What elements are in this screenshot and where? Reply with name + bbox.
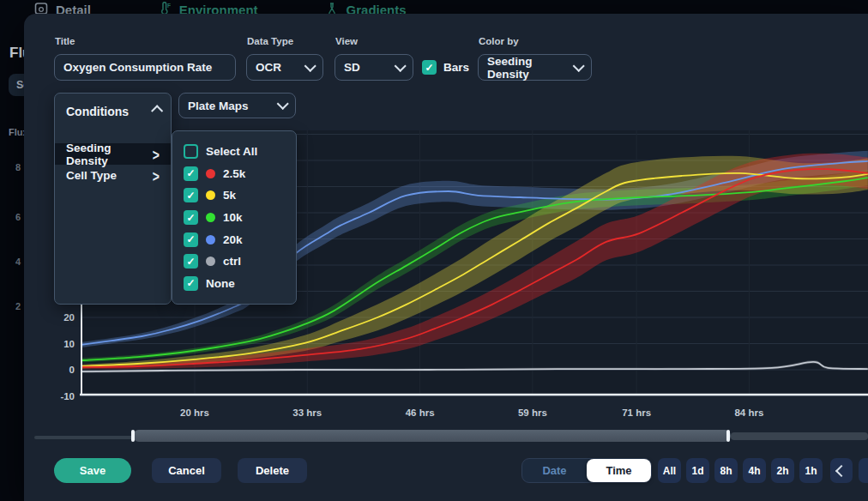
conditions-panel: Conditions Seeding Density> Cell Type> [54, 93, 172, 305]
range-8h-button[interactable]: 8h [714, 458, 738, 483]
step-forward-button[interactable] [859, 458, 868, 483]
series-checkbox[interactable] [184, 166, 198, 181]
series-checkbox[interactable] [184, 188, 198, 202]
series-color-dot [206, 169, 215, 178]
series-row-ctrl[interactable]: ctrl [172, 250, 296, 273]
series-row-none[interactable]: None [172, 273, 296, 295]
title-input[interactable]: Oxygen Consumption Rate [54, 54, 236, 81]
chevron-down-icon [304, 59, 316, 71]
zoom-scrollbar-thumb[interactable] [133, 430, 731, 442]
series-color-dot [206, 257, 215, 266]
color-by-label: Color by [479, 36, 519, 46]
toggle-time[interactable]: Time [587, 459, 651, 482]
screen: Detail F Environment Gradients Flu Se Fl… [0, 0, 868, 501]
zoom-handle-left[interactable] [131, 430, 135, 442]
series-checkbox[interactable] [184, 232, 198, 247]
range-1d-button[interactable]: 1d [686, 458, 709, 483]
range-1h-button[interactable]: 1h [799, 458, 823, 483]
chevron-right-icon: > [153, 145, 160, 163]
toggle-date[interactable]: Date [522, 459, 587, 482]
view-select[interactable]: SD [335, 54, 413, 81]
zoom-track-left[interactable] [34, 436, 136, 439]
chevron-left-icon [835, 464, 847, 476]
chevron-right-icon [864, 464, 868, 476]
series-checkbox[interactable] [184, 210, 198, 225]
bars-checkbox-row[interactable]: Bars [422, 60, 469, 75]
date-time-toggle: Date Time [521, 458, 652, 483]
plate-maps-select[interactable]: Plate Maps [178, 93, 296, 118]
series-checklist: Select All 2.5k 5k 10k 20k ctrl [172, 130, 297, 305]
background-axis-tick: 6 [15, 212, 21, 222]
title-value: Oxygen Consumption Rate [63, 61, 226, 74]
zoom-track-right[interactable] [731, 432, 868, 440]
chevron-up-icon [151, 105, 163, 117]
save-button[interactable]: Save [54, 458, 131, 483]
bars-label: Bars [443, 61, 469, 74]
svg-text:F: F [167, 3, 171, 9]
series-checkbox[interactable] [184, 276, 198, 291]
range-all-button[interactable]: All [658, 458, 681, 483]
chevron-down-icon [395, 59, 407, 71]
chevron-down-icon [573, 59, 585, 71]
step-back-button[interactable] [830, 458, 853, 483]
select-all-row[interactable]: Select All [172, 141, 296, 163]
range-4h-button[interactable]: 4h [743, 458, 766, 483]
zoom-handle-right[interactable] [726, 430, 730, 442]
series-color-dot [206, 213, 215, 222]
select-all-checkbox[interactable] [184, 144, 198, 159]
series-row-20k[interactable]: 20k [172, 228, 296, 250]
condition-item-seeding-density[interactable]: Seeding Density> [55, 143, 171, 165]
bars-checkbox[interactable] [422, 60, 437, 75]
chevron-down-icon [277, 98, 289, 110]
cancel-button[interactable]: Cancel [152, 458, 221, 483]
select-all-label: Select All [206, 145, 257, 158]
delete-button[interactable]: Delete [238, 458, 307, 483]
range-2h-button[interactable]: 2h [771, 458, 794, 483]
series-color-dot [206, 235, 215, 244]
chevron-right-icon: > [153, 166, 160, 184]
series-row-10k[interactable]: 10k [172, 207, 296, 229]
series-row-2-5k[interactable]: 2.5k [172, 163, 296, 185]
conditions-header[interactable]: Conditions [55, 94, 171, 123]
title-label: Title [55, 36, 75, 46]
view-label: View [335, 36, 358, 46]
data-type-select[interactable]: OCR [246, 54, 323, 81]
data-type-label: Data Type [247, 36, 293, 46]
series-row-5k[interactable]: 5k [172, 184, 296, 207]
background-axis-tick: 4 [15, 257, 21, 267]
series-color-dot [206, 190, 215, 200]
color-by-select[interactable]: Seeding Density [478, 54, 592, 81]
background-axis-tick: 8 [15, 162, 21, 172]
background-axis-tick: 2 [15, 301, 21, 311]
condition-item-cell-type[interactable]: Cell Type> [55, 165, 171, 186]
series-checkbox[interactable] [184, 254, 198, 269]
